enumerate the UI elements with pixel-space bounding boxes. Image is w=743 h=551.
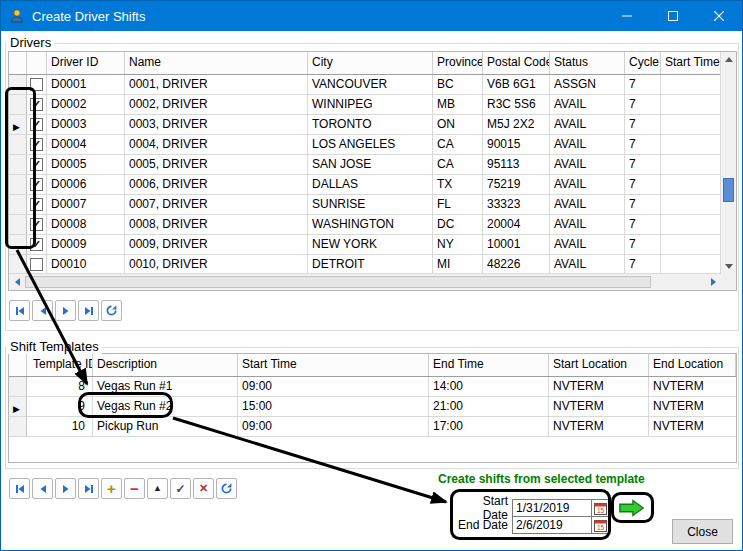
cell-name[interactable]: 0006, DRIVER	[125, 175, 308, 195]
row-checkbox[interactable]	[30, 258, 43, 271]
cell-city[interactable]: WASHINGTON	[308, 215, 433, 235]
column-header-driver-id[interactable]: Driver ID	[47, 52, 125, 74]
cell-province[interactable]: FL	[433, 195, 483, 215]
row-check-cell[interactable]	[27, 95, 47, 115]
cell-city[interactable]: WINNIPEG	[308, 95, 433, 115]
row-header[interactable]	[9, 215, 27, 235]
cell-city[interactable]: DETROIT	[308, 255, 433, 274]
drivers-vertical-scrollbar[interactable]	[720, 52, 736, 274]
cell-start-time[interactable]	[661, 115, 721, 135]
cell-province[interactable]: NY	[433, 235, 483, 255]
cell-city[interactable]: DALLAS	[308, 175, 433, 195]
cell-name[interactable]: 0004, DRIVER	[125, 135, 308, 155]
cell-end-time[interactable]: 21:00	[429, 397, 549, 417]
drivers-horizontal-scrollbar[interactable]	[9, 273, 721, 290]
row-checkbox[interactable]	[30, 178, 43, 191]
cell-province[interactable]: TX	[433, 175, 483, 195]
cell-postal-code[interactable]: R3C 5S6	[483, 95, 550, 115]
row-checkbox[interactable]	[30, 218, 43, 231]
cell-postal-code[interactable]: 20004	[483, 215, 550, 235]
column-header-name[interactable]: Name	[125, 52, 308, 74]
row-header[interactable]	[9, 195, 27, 215]
cell-name[interactable]: 0010, DRIVER	[125, 255, 308, 274]
cell-start-time[interactable]: 09:00	[238, 377, 429, 397]
cell-name[interactable]: 0003, DRIVER	[125, 115, 308, 135]
row-checkbox[interactable]	[30, 118, 43, 131]
cell-name[interactable]: 0005, DRIVER	[125, 155, 308, 175]
cell-cycle[interactable]: 7	[625, 155, 661, 175]
cell-cycle[interactable]: 7	[625, 75, 661, 95]
cell-postal-code[interactable]: M5J 2X2	[483, 115, 550, 135]
cell-start-time[interactable]	[661, 175, 721, 195]
column-header-end-location[interactable]: End Location	[649, 354, 736, 376]
cell-start-time[interactable]	[661, 215, 721, 235]
refresh-button[interactable]	[216, 478, 237, 499]
row-check-cell[interactable]	[27, 255, 47, 274]
close-button[interactable]	[696, 1, 742, 31]
cell-template-id[interactable]: 8	[27, 377, 93, 397]
row-header[interactable]	[9, 417, 27, 437]
row-header[interactable]	[9, 397, 27, 417]
cell-driver-id[interactable]: D0004	[47, 135, 125, 155]
drivers-hscroll-thumb[interactable]	[25, 276, 651, 288]
row-header[interactable]	[9, 135, 27, 155]
cell-status[interactable]: AVAIL	[550, 115, 625, 135]
next-button[interactable]	[55, 300, 76, 321]
drivers-corner-header[interactable]	[9, 52, 27, 74]
cell-start-time[interactable]	[661, 155, 721, 175]
accept-button[interactable]: ✓	[170, 478, 191, 499]
templates-corner-header[interactable]	[9, 354, 27, 376]
row-header[interactable]	[9, 155, 27, 175]
cell-postal-code[interactable]: 75219	[483, 175, 550, 195]
cell-driver-id[interactable]: D0001	[47, 75, 125, 95]
cell-city[interactable]: SUNRISE	[308, 195, 433, 215]
prev-button[interactable]	[32, 478, 53, 499]
cell-cycle[interactable]: 7	[625, 235, 661, 255]
cell-name[interactable]: 0008, DRIVER	[125, 215, 308, 235]
cell-city[interactable]: VANCOUVER	[308, 75, 433, 95]
cell-status[interactable]: AVAIL	[550, 235, 625, 255]
column-header-city[interactable]: City	[308, 52, 433, 74]
column-header-postal-code[interactable]: Postal Code	[483, 52, 550, 74]
row-checkbox[interactable]	[30, 98, 43, 111]
drivers-vscroll-thumb[interactable]	[723, 178, 734, 202]
cell-status[interactable]: AVAIL	[550, 175, 625, 195]
add-button[interactable]: +	[101, 478, 122, 499]
cell-start-time[interactable]: 09:00	[238, 417, 429, 437]
cell-postal-code[interactable]: 95113	[483, 155, 550, 175]
cell-start-location[interactable]: NVTERM	[549, 377, 649, 397]
minimize-button[interactable]	[604, 1, 650, 31]
column-header-status[interactable]: Status	[550, 52, 625, 74]
cell-start-location[interactable]: NVTERM	[549, 417, 649, 437]
maximize-button[interactable]	[650, 1, 696, 31]
cell-name[interactable]: 0002, DRIVER	[125, 95, 308, 115]
column-header-start-time[interactable]: Start Time	[661, 52, 721, 74]
cell-driver-id[interactable]: D0009	[47, 235, 125, 255]
cell-cycle[interactable]: 7	[625, 175, 661, 195]
scroll-up-icon[interactable]	[721, 52, 736, 67]
row-header[interactable]	[9, 95, 27, 115]
cell-status[interactable]: AVAIL	[550, 215, 625, 235]
row-header[interactable]	[9, 235, 27, 255]
cell-end-location[interactable]: NVTERM	[649, 377, 736, 397]
cell-cycle[interactable]: 7	[625, 95, 661, 115]
prev-button[interactable]	[32, 300, 53, 321]
cell-postal-code[interactable]: V6B 6G1	[483, 75, 550, 95]
row-checkbox[interactable]	[30, 138, 43, 151]
cell-cycle[interactable]: 7	[625, 135, 661, 155]
cell-cycle[interactable]: 7	[625, 115, 661, 135]
row-check-cell[interactable]	[27, 235, 47, 255]
column-header-start-location[interactable]: Start Location	[549, 354, 649, 376]
cell-status[interactable]: AVAIL	[550, 135, 625, 155]
cell-cycle[interactable]: 7	[625, 195, 661, 215]
cell-name[interactable]: 0001, DRIVER	[125, 75, 308, 95]
row-check-cell[interactable]	[27, 215, 47, 235]
row-check-cell[interactable]	[27, 135, 47, 155]
cell-start-time[interactable]	[661, 135, 721, 155]
cell-driver-id[interactable]: D0007	[47, 195, 125, 215]
close-button[interactable]: Close	[672, 519, 733, 544]
start-date-input[interactable]: 1/31/2019	[512, 499, 592, 517]
cell-start-time[interactable]: 15:00	[238, 397, 429, 417]
row-checkbox[interactable]	[30, 198, 43, 211]
cell-cycle[interactable]: 7	[625, 255, 661, 274]
